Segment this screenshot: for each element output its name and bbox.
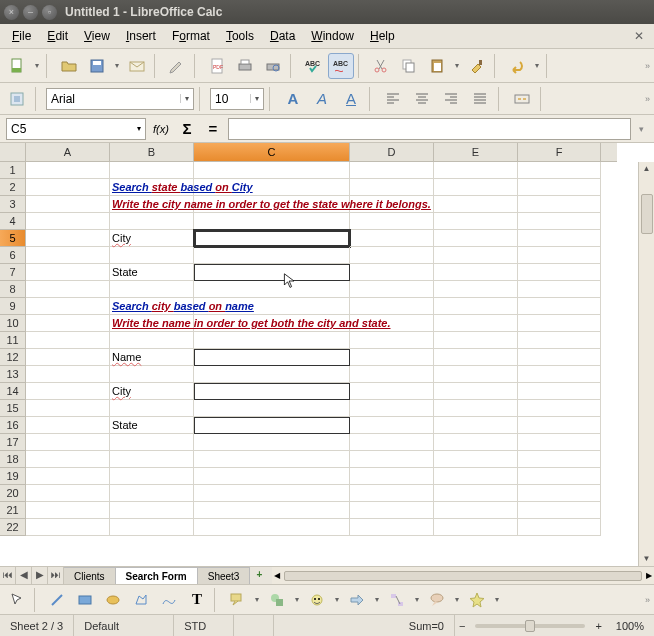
cut-button[interactable]: [368, 53, 394, 79]
cell-C12[interactable]: [194, 349, 350, 366]
cell-D18[interactable]: [350, 451, 434, 468]
cell-A8[interactable]: [26, 281, 110, 298]
align-center-button[interactable]: [409, 86, 435, 112]
cell-D5[interactable]: [350, 230, 434, 247]
tab-last-icon[interactable]: ⏭: [48, 567, 64, 584]
curve-tool-button[interactable]: [156, 587, 182, 613]
cell-D11[interactable]: [350, 332, 434, 349]
cell-F15[interactable]: [518, 400, 601, 417]
cell-B1[interactable]: [110, 162, 194, 179]
copy-button[interactable]: [396, 53, 422, 79]
cell-F9[interactable]: [518, 298, 601, 315]
shapes-dropdown[interactable]: ▾: [292, 595, 302, 604]
cell-B11[interactable]: [110, 332, 194, 349]
callouts-button[interactable]: [424, 587, 450, 613]
menu-window[interactable]: Window: [303, 26, 362, 46]
status-style[interactable]: Default: [74, 615, 174, 636]
cell-A20[interactable]: [26, 485, 110, 502]
row-header-21[interactable]: 21: [0, 502, 26, 519]
rectangle-tool-button[interactable]: [72, 587, 98, 613]
textbox-tool-button[interactable]: T: [184, 587, 210, 613]
cell-C22[interactable]: [194, 519, 350, 536]
row-header-12[interactable]: 12: [0, 349, 26, 366]
cell-E17[interactable]: [434, 434, 518, 451]
menu-tools[interactable]: Tools: [218, 26, 262, 46]
function-wizard-button[interactable]: f(x): [150, 116, 172, 142]
edit-mode-button[interactable]: [164, 53, 190, 79]
callout-dropdown[interactable]: ▾: [252, 595, 262, 604]
cell-F20[interactable]: [518, 485, 601, 502]
menu-data[interactable]: Data: [262, 26, 303, 46]
cell-A17[interactable]: [26, 434, 110, 451]
print-preview-button[interactable]: [260, 53, 286, 79]
cell-B20[interactable]: [110, 485, 194, 502]
cell-F12[interactable]: [518, 349, 601, 366]
callout-tool-button[interactable]: [224, 587, 250, 613]
row-header-22[interactable]: 22: [0, 519, 26, 536]
cell-F13[interactable]: [518, 366, 601, 383]
cell-B13[interactable]: [110, 366, 194, 383]
cell-C14[interactable]: [194, 383, 350, 400]
tab-prev-icon[interactable]: ◀: [16, 567, 32, 584]
cell-D16[interactable]: [350, 417, 434, 434]
cell-E5[interactable]: [434, 230, 518, 247]
cell-F10[interactable]: [518, 315, 601, 332]
cell-A7[interactable]: [26, 264, 110, 281]
row-header-17[interactable]: 17: [0, 434, 26, 451]
cell-A1[interactable]: [26, 162, 110, 179]
bold-button[interactable]: A: [280, 86, 306, 112]
cell-E2[interactable]: [434, 179, 518, 196]
column-header-C[interactable]: C: [194, 143, 350, 162]
cell-D22[interactable]: [350, 519, 434, 536]
cell-B21[interactable]: [110, 502, 194, 519]
cell-E22[interactable]: [434, 519, 518, 536]
cell-B22[interactable]: [110, 519, 194, 536]
row-header-10[interactable]: 10: [0, 315, 26, 332]
scroll-right-icon[interactable]: ▶: [646, 571, 652, 580]
cell-A15[interactable]: [26, 400, 110, 417]
row-header-18[interactable]: 18: [0, 451, 26, 468]
add-sheet-button[interactable]: +: [250, 567, 268, 584]
cell-F2[interactable]: [518, 179, 601, 196]
font-size-combo[interactable]: 10▾: [210, 88, 264, 110]
zoom-in-icon[interactable]: +: [591, 620, 605, 632]
menu-edit[interactable]: Edit: [39, 26, 76, 46]
status-mode[interactable]: STD: [174, 615, 234, 636]
row-header-1[interactable]: 1: [0, 162, 26, 179]
cell-A22[interactable]: [26, 519, 110, 536]
cell-C15[interactable]: [194, 400, 350, 417]
cell-D9[interactable]: [350, 298, 434, 315]
cell-B15[interactable]: [110, 400, 194, 417]
cell-F11[interactable]: [518, 332, 601, 349]
cell-E20[interactable]: [434, 485, 518, 502]
cell-E8[interactable]: [434, 281, 518, 298]
cell-E16[interactable]: [434, 417, 518, 434]
window-close-button[interactable]: ×: [4, 5, 19, 20]
cell-C8[interactable]: [194, 281, 350, 298]
row-header-19[interactable]: 19: [0, 468, 26, 485]
horizontal-scrollbar[interactable]: ◀ ▶: [272, 567, 654, 584]
zoom-out-icon[interactable]: −: [455, 615, 469, 636]
cell-D4[interactable]: [350, 213, 434, 230]
cell-E19[interactable]: [434, 468, 518, 485]
cell-E3[interactable]: [434, 196, 518, 213]
paste-dropdown[interactable]: ▾: [452, 61, 462, 70]
polygon-tool-button[interactable]: [128, 587, 154, 613]
cell-E11[interactable]: [434, 332, 518, 349]
cell-E6[interactable]: [434, 247, 518, 264]
cell-E21[interactable]: [434, 502, 518, 519]
save-button[interactable]: [84, 53, 110, 79]
symbol-dropdown[interactable]: ▾: [332, 595, 342, 604]
basic-shapes-button[interactable]: [264, 587, 290, 613]
cell-D12[interactable]: [350, 349, 434, 366]
cell-B16[interactable]: State: [110, 417, 194, 434]
cell-A9[interactable]: [26, 298, 110, 315]
drawbar-overflow-icon[interactable]: »: [645, 595, 650, 605]
fxbar-overflow-icon[interactable]: ▾: [635, 124, 648, 134]
arrows-dropdown[interactable]: ▾: [372, 595, 382, 604]
tab-next-icon[interactable]: ▶: [32, 567, 48, 584]
cell-B6[interactable]: [110, 247, 194, 264]
menu-file[interactable]: File: [4, 26, 39, 46]
cell-F22[interactable]: [518, 519, 601, 536]
cell-A5[interactable]: [26, 230, 110, 247]
